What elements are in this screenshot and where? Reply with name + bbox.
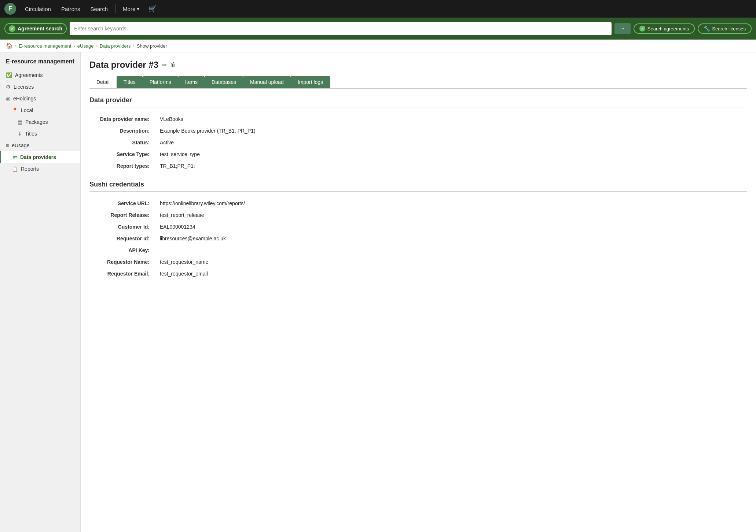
sushi-table: Service URL:https://onlinelibrary.wiley.… <box>89 197 747 280</box>
wrench-icon: ⚙ <box>6 84 11 90</box>
tab-databases[interactable]: Databases <box>205 76 243 88</box>
field-label: Status: <box>89 137 155 148</box>
field-label: Customer Id: <box>89 221 155 233</box>
field-label: Report Release: <box>89 209 155 221</box>
search-licenses-button[interactable]: 🔧 Search licenses <box>698 23 752 34</box>
sidebar-item-agreements[interactable]: ✅ Agreements <box>0 69 80 81</box>
field-value: Example Books provider (TR_B1, PR_P1) <box>155 125 747 137</box>
page-title: Data provider #3 <box>89 60 158 70</box>
nav-patrons[interactable]: Patrons <box>57 4 85 14</box>
sidebar-item-data-providers[interactable]: ⇄ Data providers <box>0 151 80 163</box>
table-row: Customer Id:EAL000001234 <box>89 221 747 233</box>
breadcrumb-eusage[interactable]: eUsage <box>77 43 94 49</box>
sidebar-item-reports[interactable]: 📋 Reports <box>0 163 80 175</box>
breadcrumb-sep-2: › <box>96 43 98 49</box>
sidebar-item-eusage[interactable]: ≡ eUsage <box>0 140 80 151</box>
field-value: test_requestor_name <box>155 256 747 268</box>
table-row: Requestor Email:test_requestor_email <box>89 268 747 280</box>
field-label: Requestor Id: <box>89 233 155 244</box>
section-sushi-heading: Sushi credentials <box>89 181 747 192</box>
breadcrumb-sep-3: › <box>133 43 134 49</box>
breadcrumb-current: Show provider <box>137 43 167 49</box>
breadcrumb-eresource[interactable]: E-resource management <box>19 43 71 49</box>
field-label: Description: <box>89 125 155 137</box>
sidebar: E-resource management ✅ Agreements ⚙ Lic… <box>0 52 81 532</box>
field-label: API Key: <box>89 244 155 256</box>
circle-icon: ◎ <box>6 96 10 101</box>
field-value: https://onlinelibrary.wiley.com/reports/ <box>155 197 747 209</box>
tabs: Detail Titles Platforms Items Databases … <box>89 76 747 89</box>
sidebar-item-local[interactable]: 📍 Local <box>0 104 80 116</box>
field-label: Service Type: <box>89 148 155 160</box>
field-label: Requestor Email: <box>89 268 155 280</box>
field-value <box>155 244 747 256</box>
agreement-check-icon: ✓ <box>9 25 15 32</box>
page-title-area: Data provider #3 ✏ 🗑 <box>89 60 747 70</box>
cart-icon[interactable]: 🛒 <box>148 5 157 13</box>
provider-table: Data provider name:VLeBooksDescription:E… <box>89 113 747 172</box>
sidebar-item-packages[interactable]: ▤ Packages <box>0 116 80 128</box>
section-provider-heading: Data provider <box>89 96 747 107</box>
breadcrumb-sep-0: › <box>15 43 16 49</box>
tab-titles[interactable]: Titles <box>117 76 143 88</box>
breadcrumb-sep-1: › <box>73 43 75 49</box>
table-row: Status:Active <box>89 137 747 148</box>
search-agreements-check-icon: ✓ <box>639 26 645 32</box>
field-value: VLeBooks <box>155 113 747 125</box>
tab-manual-upload[interactable]: Manual upload <box>243 76 291 88</box>
titles-icon: ↧ <box>18 131 22 137</box>
table-row: Report Release:test_report_release <box>89 209 747 221</box>
nav-divider <box>115 4 115 13</box>
table-row: API Key: <box>89 244 747 256</box>
sidebar-item-titles[interactable]: ↧ Titles <box>0 128 80 140</box>
check-circle-icon: ✅ <box>6 72 12 78</box>
field-label: Report types: <box>89 160 155 172</box>
app-logo: F <box>4 3 16 15</box>
content-area: Data provider #3 ✏ 🗑 Detail Titles Platf… <box>81 52 756 532</box>
field-label: Requestor Name: <box>89 256 155 268</box>
field-label: Data provider name: <box>89 113 155 125</box>
delete-icon[interactable]: 🗑 <box>170 62 176 68</box>
field-value: EAL000001234 <box>155 221 747 233</box>
search-input[interactable] <box>70 22 612 35</box>
sidebar-item-eholdings[interactable]: ◎ eHoldings <box>0 93 80 104</box>
top-nav: F Circulation Patrons Search More ▾ 🛒 <box>0 0 756 18</box>
main-layout: E-resource management ✅ Agreements ⚙ Lic… <box>0 52 756 532</box>
nav-circulation[interactable]: Circulation <box>21 4 55 14</box>
field-label: Service URL: <box>89 197 155 209</box>
search-agreements-button[interactable]: ✓ Search agreements <box>634 23 695 34</box>
sidebar-item-licenses[interactable]: ⚙ Licenses <box>0 81 80 93</box>
field-value: test_service_type <box>155 148 747 160</box>
list-icon: ≡ <box>6 143 9 148</box>
table-row: Requestor Name:test_requestor_name <box>89 256 747 268</box>
sidebar-title: E-resource management <box>0 58 80 69</box>
field-value: libresources@example.ac.uk <box>155 233 747 244</box>
nav-search[interactable]: Search <box>86 4 113 14</box>
agreement-search-badge: ✓ Agreement search <box>4 23 67 34</box>
tab-detail[interactable]: Detail <box>89 76 117 88</box>
table-row: Service Type:test_service_type <box>89 148 747 160</box>
breadcrumb-data-providers[interactable]: Data providers <box>100 43 131 49</box>
tab-items[interactable]: Items <box>178 76 205 88</box>
reports-icon: 📋 <box>12 166 18 172</box>
field-value: test_report_release <box>155 209 747 221</box>
nav-more[interactable]: More ▾ <box>118 4 144 14</box>
field-value: Active <box>155 137 747 148</box>
home-icon[interactable]: 🏠 <box>6 43 13 49</box>
edit-icon[interactable]: ✏ <box>162 62 167 69</box>
field-value: test_requestor_email <box>155 268 747 280</box>
table-row: Data provider name:VLeBooks <box>89 113 747 125</box>
field-value: TR_B1;PR_P1; <box>155 160 747 172</box>
wrench-icon: 🔧 <box>704 26 710 32</box>
table-row: Service URL:https://onlinelibrary.wiley.… <box>89 197 747 209</box>
table-row: Requestor Id:libresources@example.ac.uk <box>89 233 747 244</box>
tab-import-logs[interactable]: Import logs <box>291 76 330 88</box>
breadcrumb: 🏠 › E-resource management › eUsage › Dat… <box>0 40 756 52</box>
table-row: Report types:TR_B1;PR_P1; <box>89 160 747 172</box>
search-bar: ✓ Agreement search → ✓ Search agreements… <box>0 18 756 40</box>
table-row: Description:Example Books provider (TR_B… <box>89 125 747 137</box>
data-providers-icon: ⇄ <box>13 154 17 160</box>
search-submit-button[interactable]: → <box>614 23 631 34</box>
pin-icon: 📍 <box>12 107 18 113</box>
tab-platforms[interactable]: Platforms <box>143 76 178 88</box>
